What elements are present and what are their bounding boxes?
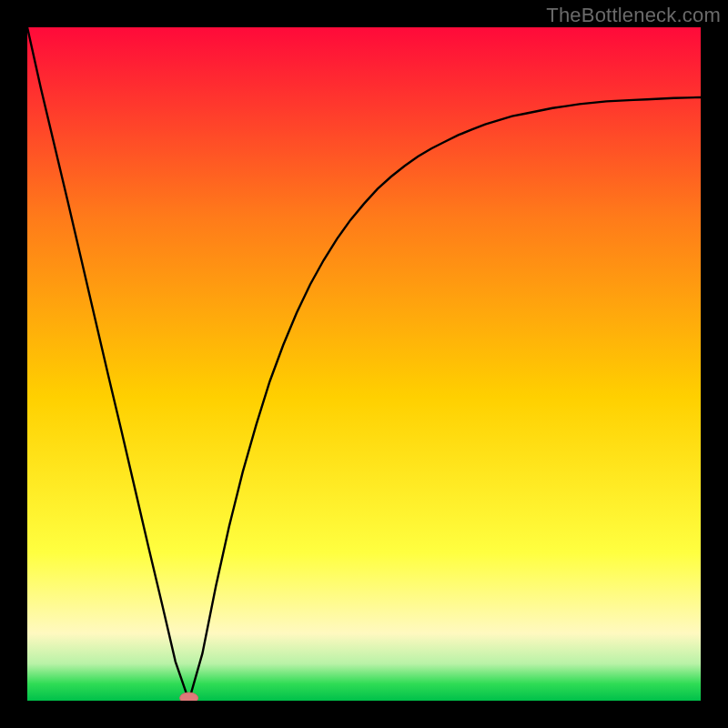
- bottleneck-chart: [27, 27, 701, 701]
- plot-frame: [27, 27, 701, 701]
- gradient-background: [27, 27, 701, 701]
- optimal-point-marker: [180, 693, 198, 701]
- watermark-label: TheBottleneck.com: [546, 4, 721, 27]
